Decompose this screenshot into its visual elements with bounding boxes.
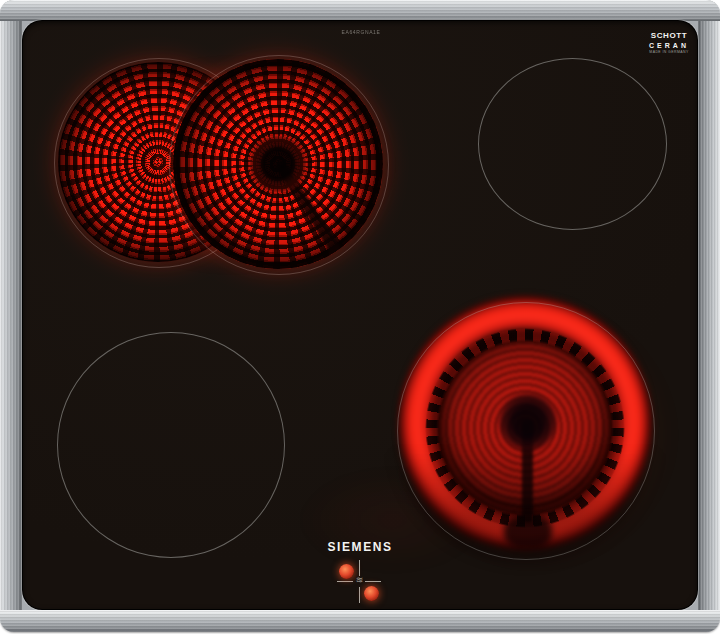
ceramic-glass-surface: EA64RGNA1E SCHOTT CERAN MADE IN GERMANY … xyxy=(22,20,698,610)
frame-right-edge xyxy=(698,0,720,632)
zone-front-right-marking xyxy=(397,302,655,560)
schott-subline-text: MADE IN GERMANY xyxy=(644,51,694,55)
residual-heat-dot-lower-right xyxy=(364,586,379,601)
thermal-sensor-hub-rear-left xyxy=(249,135,307,193)
frame-top-edge xyxy=(0,0,720,21)
zone-rear-left-main-coil xyxy=(173,59,383,269)
zone-rear-right-marking xyxy=(478,58,667,230)
cross-arm-right xyxy=(365,581,381,582)
cross-arm-left xyxy=(337,581,353,582)
heat-waves-icon: ≋ xyxy=(352,576,367,585)
ceran-logo-text: CERAN xyxy=(644,42,694,50)
schott-ceran-logo: SCHOTT CERAN MADE IN GERMANY xyxy=(644,32,694,55)
siemens-logo: SIEMENS xyxy=(304,540,416,554)
frame-bottom-edge xyxy=(0,610,720,632)
model-code-text: EA64RGNA1E xyxy=(301,29,421,35)
frame-left-edge xyxy=(0,0,22,632)
residual-heat-dot-upper-left xyxy=(339,564,354,579)
cross-arm-bottom xyxy=(359,587,360,603)
zone-front-left-marking xyxy=(57,332,285,558)
schott-logo-text: SCHOTT xyxy=(644,32,694,41)
cross-arm-top xyxy=(359,560,360,576)
product-photo-siemens-ceramic-hob: EA64RGNA1E SCHOTT CERAN MADE IN GERMANY … xyxy=(0,0,720,634)
